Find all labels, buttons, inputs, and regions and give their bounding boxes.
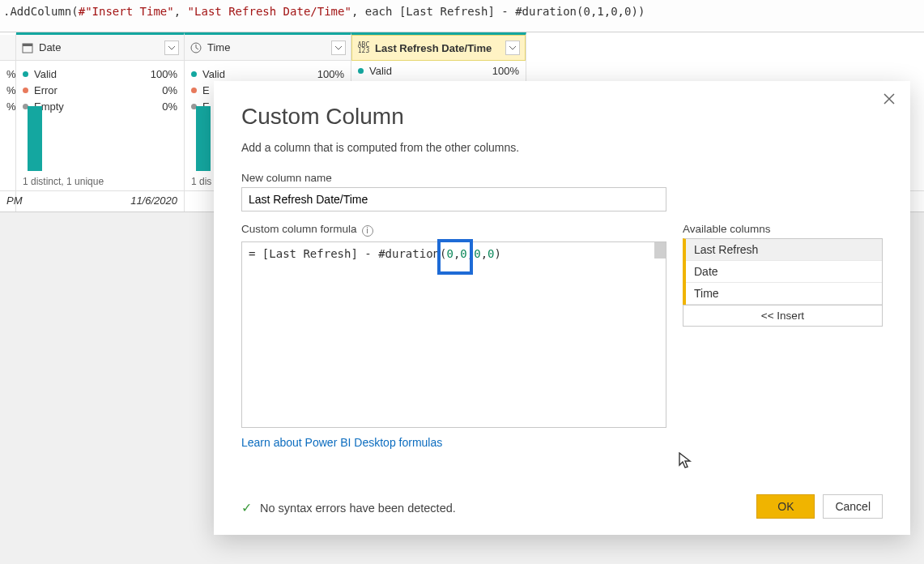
scrollbar[interactable] bbox=[654, 242, 666, 258]
clock-icon bbox=[189, 41, 202, 54]
abc123-icon: ABC123 bbox=[357, 41, 370, 54]
stat-valid: Valid100% bbox=[23, 66, 177, 82]
column-header-time[interactable]: Time bbox=[185, 35, 351, 61]
column-name: Date bbox=[39, 41, 61, 53]
insert-button[interactable]: << Insert bbox=[683, 305, 883, 327]
data-cell: PM bbox=[0, 191, 16, 212]
available-column-item[interactable]: Date bbox=[686, 261, 882, 283]
svg-rect-1 bbox=[23, 44, 32, 46]
partial-pct: % bbox=[6, 68, 16, 80]
column-name: Last Refresh Date/Time bbox=[375, 42, 492, 54]
available-column-item[interactable]: Time bbox=[686, 283, 882, 305]
available-column-item[interactable]: Last Refresh bbox=[686, 239, 882, 261]
calendar-icon bbox=[21, 41, 34, 54]
status-text: No syntax errors have been detected. bbox=[260, 502, 456, 515]
dialog-title: Custom Column bbox=[241, 104, 883, 130]
formula-textarea[interactable]: = [Last Refresh] - #duration(0,0,0,0) bbox=[241, 241, 666, 428]
close-icon[interactable] bbox=[883, 92, 896, 108]
stat-valid: Valid100% bbox=[358, 62, 519, 79]
column-filter-dropdown[interactable] bbox=[331, 41, 346, 55]
stat-error: Error0% bbox=[23, 82, 177, 98]
ok-button[interactable]: OK bbox=[756, 494, 815, 519]
column-filter-dropdown[interactable] bbox=[164, 41, 179, 55]
new-column-name-input[interactable] bbox=[241, 187, 666, 212]
distribution-bar bbox=[196, 106, 211, 171]
learn-link[interactable]: Learn about Power BI Desktop formulas bbox=[241, 436, 442, 449]
check-icon: ✓ bbox=[241, 500, 252, 515]
stat-valid: Valid100% bbox=[191, 66, 344, 82]
column-header-last-refresh[interactable]: ABC123 Last Refresh Date/Time bbox=[351, 35, 526, 61]
column-filter-dropdown[interactable] bbox=[505, 41, 520, 55]
stat-empty: Empty0% bbox=[23, 98, 177, 114]
available-columns-list: Last Refresh Date Time bbox=[683, 238, 883, 306]
formula-bar-text: .AddColumn(#"Insert Time", "Last Refresh… bbox=[3, 5, 645, 18]
column-header-date[interactable]: Date bbox=[16, 35, 184, 61]
syntax-status: ✓ No syntax errors have been detected. bbox=[241, 500, 456, 515]
info-icon[interactable]: i bbox=[362, 225, 373, 237]
distinct-text: 1 dis bbox=[191, 176, 211, 187]
distinct-text: 1 distinct, 1 unique bbox=[23, 176, 104, 187]
dialog-subtitle: Add a column that is computed from the o… bbox=[241, 141, 883, 154]
new-column-label: New column name bbox=[241, 172, 883, 184]
available-columns-label: Available columns bbox=[683, 223, 883, 235]
custom-column-dialog: Custom Column Add a column that is compu… bbox=[214, 81, 910, 535]
column-name: Time bbox=[207, 41, 230, 53]
data-cell: 11/6/2020 bbox=[16, 191, 185, 212]
distribution-bar bbox=[28, 106, 42, 171]
formula-content: = [Last Refresh] - #duration(0,0,0,0) bbox=[249, 247, 659, 260]
formula-label: Custom column formula bbox=[241, 223, 357, 235]
formula-bar[interactable]: .AddColumn(#"Insert Time", "Last Refresh… bbox=[0, 0, 924, 32]
cancel-button[interactable]: Cancel bbox=[823, 494, 883, 519]
